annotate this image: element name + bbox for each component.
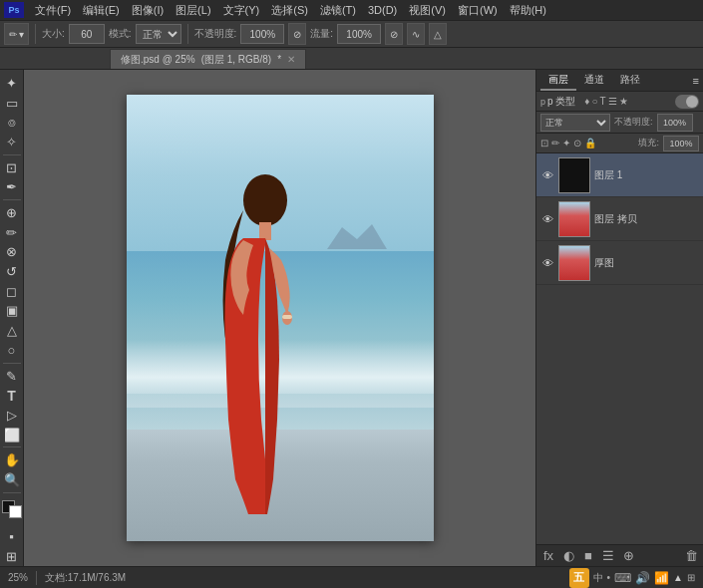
- fg-bg-color-swatch[interactable]: [2, 500, 22, 519]
- delete-layer-btn[interactable]: 🗑: [683, 548, 699, 564]
- new-adjustment-btn[interactable]: ■: [580, 548, 596, 564]
- marquee-tool[interactable]: ▭: [2, 94, 22, 113]
- add-style-btn[interactable]: fx: [540, 548, 556, 564]
- layer-thumb-img-2: [559, 202, 589, 236]
- lock-position-icon[interactable]: ✦: [562, 138, 570, 148]
- quick-mask-btn[interactable]: ▪: [2, 527, 22, 546]
- opacity-input[interactable]: [240, 24, 284, 44]
- menu-3d[interactable]: 3D(D): [363, 3, 402, 17]
- svg-rect-4: [282, 315, 292, 319]
- background-color[interactable]: [9, 505, 22, 518]
- smooth-btn[interactable]: △: [429, 23, 447, 45]
- menu-type[interactable]: 文字(Y): [218, 2, 265, 19]
- filter-icon-shape[interactable]: ♦: [584, 96, 589, 107]
- magic-wand-tool[interactable]: ✧: [2, 133, 22, 151]
- flow-toggle-btn[interactable]: ⊘: [385, 23, 403, 45]
- blend-opacity-row: 正常 不透明度:: [536, 112, 703, 134]
- tool-separator-1: [3, 154, 21, 155]
- layer-visibility-1[interactable]: 👁: [540, 168, 554, 182]
- doc-tab-main[interactable]: 修图.psd @ 25% (图层 1, RGB/8) * ✕: [110, 49, 306, 69]
- filter-icon-circle[interactable]: ○: [591, 96, 597, 107]
- layer-item-1[interactable]: 👁 图层 1: [536, 153, 703, 197]
- layer-name-2: 图层 拷贝: [594, 212, 699, 226]
- flow-input[interactable]: [337, 24, 381, 44]
- new-group-btn[interactable]: ☰: [600, 548, 616, 564]
- toolbar-divider-2: [187, 24, 188, 44]
- hand-tool[interactable]: ✋: [2, 450, 22, 469]
- eyedropper-tool[interactable]: ✒: [2, 177, 22, 196]
- filter-toggle-knob: [686, 96, 698, 108]
- opacity-value-input[interactable]: [657, 114, 693, 132]
- brush-tool-btn[interactable]: ✏ ▾: [4, 23, 29, 45]
- filter-icon-smart[interactable]: ☰: [608, 96, 617, 107]
- zoom-tool[interactable]: 🔍: [2, 470, 22, 489]
- layer-thumb-img-3: [559, 246, 589, 280]
- keyboard-icon[interactable]: ⌨: [614, 571, 631, 585]
- layer-thumb-3: [558, 245, 590, 281]
- lock-image-icon[interactable]: ✏: [551, 138, 559, 148]
- pen-tool[interactable]: ✎: [2, 367, 22, 386]
- layer-visibility-3[interactable]: 👁: [540, 256, 554, 270]
- menu-edit[interactable]: 编辑(E): [78, 2, 125, 19]
- menu-view[interactable]: 视图(V): [404, 2, 451, 19]
- path-select-tool[interactable]: ▷: [2, 406, 22, 425]
- menu-file[interactable]: 文件(F): [30, 2, 76, 19]
- layer-item-3[interactable]: 👁 厚图: [536, 241, 703, 285]
- tab-channels[interactable]: 通道: [576, 71, 612, 91]
- lock-all-icon[interactable]: 🔒: [584, 138, 596, 148]
- crop-tool[interactable]: ⊡: [2, 158, 22, 177]
- clone-stamp-tool[interactable]: ⊗: [2, 243, 22, 262]
- menu-filter[interactable]: 滤镜(T): [315, 2, 361, 19]
- menu-layer[interactable]: 图层(L): [171, 2, 215, 19]
- lasso-tool[interactable]: ⌾: [2, 113, 22, 132]
- svg-point-1: [243, 174, 287, 226]
- dodge-tool[interactable]: ○: [2, 341, 22, 360]
- menu-bar: Ps 文件(F) 编辑(E) 图像(I) 图层(L) 文字(Y) 选择(S) 滤…: [0, 0, 703, 20]
- mode-select[interactable]: 正常: [136, 24, 181, 44]
- brush-tool[interactable]: ✏: [2, 223, 22, 242]
- filter-toggle[interactable]: [675, 95, 699, 109]
- zoom-value: 25%: [8, 572, 28, 583]
- airbrush-icon: ∿: [412, 29, 420, 40]
- size-input[interactable]: [69, 24, 105, 44]
- photo-mountain: [327, 219, 387, 249]
- menu-window[interactable]: 窗口(W): [453, 2, 503, 19]
- filter-icon-type[interactable]: T: [600, 96, 606, 107]
- tab-close-btn[interactable]: ✕: [287, 54, 295, 65]
- blend-mode-select[interactable]: 正常: [540, 114, 610, 132]
- ime-dot-icon[interactable]: •: [607, 572, 611, 583]
- move-tool[interactable]: ✦: [2, 74, 22, 93]
- add-mask-btn[interactable]: ◐: [560, 548, 576, 564]
- eraser-tool[interactable]: ◻: [2, 282, 22, 301]
- shape-tool[interactable]: ⬜: [2, 426, 22, 444]
- new-layer-btn[interactable]: ⊕: [620, 548, 636, 564]
- history-brush-tool[interactable]: ↺: [2, 262, 22, 281]
- filter-icon-star[interactable]: ★: [619, 96, 628, 107]
- tab-layers[interactable]: 画层: [540, 71, 576, 91]
- fill-value-input[interactable]: [663, 136, 699, 151]
- airbrush-btn[interactable]: ∿: [407, 23, 425, 45]
- blur-tool[interactable]: △: [2, 321, 22, 340]
- lock-artboard-icon[interactable]: ⊙: [573, 138, 581, 148]
- layer-item-2[interactable]: 👁 图层 拷贝: [536, 197, 703, 241]
- layer-visibility-2[interactable]: 👁: [540, 212, 554, 226]
- flow-pressure-icon: ⊘: [390, 29, 398, 40]
- network-icon[interactable]: 📶: [654, 571, 669, 585]
- doc-tab-name: 修图.psd @ 25%: [121, 53, 195, 67]
- type-tool[interactable]: T: [2, 386, 22, 405]
- lock-transparency-icon[interactable]: ⊡: [540, 138, 548, 148]
- screen-mode-btn[interactable]: ⊞: [2, 547, 22, 566]
- opacity-toggle-btn[interactable]: ⊘: [288, 23, 306, 45]
- taskbar-apps[interactable]: ⊞: [687, 572, 695, 583]
- tab-paths[interactable]: 路径: [612, 71, 648, 91]
- panel-menu-btn[interactable]: ≡: [693, 75, 699, 87]
- menu-image[interactable]: 图像(I): [127, 2, 169, 19]
- gradient-tool[interactable]: ▣: [2, 302, 22, 321]
- layer-name-3: 厚图: [594, 256, 699, 270]
- menu-help[interactable]: 帮助(H): [505, 2, 551, 19]
- healing-tool[interactable]: ⊕: [2, 203, 22, 222]
- speaker-icon[interactable]: 🔊: [635, 571, 650, 585]
- ime-zh-icon[interactable]: 中: [593, 571, 603, 585]
- menu-select[interactable]: 选择(S): [266, 2, 313, 19]
- doc-info-area: 文档:17.1M/76.3M: [45, 571, 561, 585]
